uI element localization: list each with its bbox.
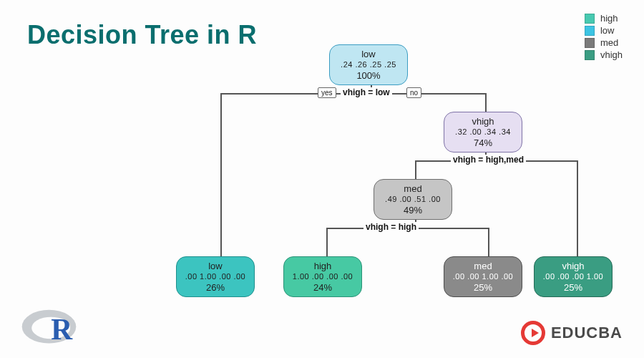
legend-label: low	[600, 25, 615, 36]
split-label-3: vhigh = high	[364, 222, 419, 232]
edge	[415, 160, 416, 179]
legend-label: high	[600, 13, 618, 24]
legend-item-high: high	[585, 13, 623, 24]
node-label: vhigh	[540, 261, 606, 272]
node-pct: 25%	[540, 282, 606, 294]
node-pct: 100%	[336, 70, 401, 82]
edge	[326, 228, 328, 256]
node-label: med	[450, 261, 516, 272]
node-probs: .00 1.00 .00 .00	[182, 272, 248, 282]
decision-tree: yes vhigh = low no vhigh = high,med vhig…	[186, 43, 630, 315]
node-probs: .49 .00 .51 .00	[380, 195, 446, 205]
split-label-1: vhigh = low	[341, 87, 392, 97]
node-probs: .24 .26 .25 .25	[336, 60, 401, 70]
leaf-vhigh: vhigh .00 .00 .00 1.00 25%	[534, 256, 613, 297]
edge	[485, 93, 487, 112]
node-label: low	[182, 261, 248, 272]
node-probs: .00 .00 1.00 .00	[450, 272, 516, 282]
node-probs: .00 .00 .00 1.00	[540, 272, 606, 282]
node-vhigh: vhigh .32 .00 .34 .34 74%	[444, 112, 522, 153]
educba-ring-icon	[521, 321, 545, 345]
legend-item-low: low	[585, 25, 623, 36]
branch-yes: yes	[318, 87, 336, 98]
node-med: med .49 .00 .51 .00 49%	[374, 179, 452, 220]
node-label: high	[290, 261, 356, 272]
edge	[577, 160, 578, 256]
leaf-high: high 1.00 .00 .00 .00 24%	[283, 256, 362, 297]
node-root: low .24 .26 .25 .25 100%	[329, 44, 408, 85]
node-pct: 26%	[182, 282, 248, 294]
leaf-low: low .00 1.00 .00 .00 26%	[176, 256, 255, 297]
educba-text: EDUCBA	[551, 324, 623, 342]
node-pct: 49%	[380, 205, 446, 216]
r-letter: R	[51, 313, 73, 346]
edge	[488, 228, 489, 256]
node-pct: 24%	[290, 282, 356, 294]
swatch-high	[585, 14, 595, 24]
swatch-low	[585, 26, 595, 36]
educba-logo: EDUCBA	[521, 321, 623, 345]
node-label: vhigh	[450, 116, 516, 127]
node-label: low	[336, 49, 401, 60]
node-label: med	[380, 183, 446, 195]
edge	[220, 93, 222, 256]
split-label-2: vhigh = high,med	[451, 155, 526, 165]
node-probs: 1.00 .00 .00 .00	[290, 272, 356, 282]
leaf-med: med .00 .00 1.00 .00 25%	[444, 256, 522, 297]
node-probs: .32 .00 .34 .34	[450, 127, 516, 137]
node-pct: 25%	[450, 282, 516, 294]
node-pct: 74%	[450, 137, 516, 149]
branch-no: no	[406, 87, 421, 98]
r-logo-icon: R	[20, 302, 84, 345]
